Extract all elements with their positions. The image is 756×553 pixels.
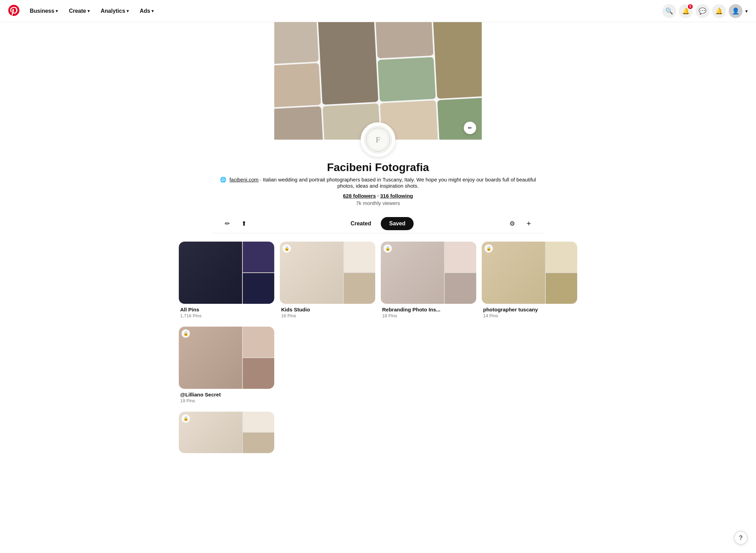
avatar-icon: 👤 [732, 7, 739, 15]
tabs-left-actions: ✏ ⬆ [220, 217, 251, 231]
search-button[interactable]: 🔍 [662, 4, 676, 18]
board-lock-icon: 🔒 [283, 244, 291, 253]
board-card[interactable]: 🔒 @Lilliano Secret 19 Pins [179, 327, 274, 406]
chevron-down-icon: ▾ [127, 9, 129, 13]
nav-item-analytics[interactable]: Analytics ▾ [96, 5, 133, 17]
notifications-button[interactable]: 🔔 5 [679, 4, 693, 18]
search-icon: 🔍 [665, 7, 673, 15]
board-card-partial[interactable]: 🔒 [179, 412, 274, 453]
profile-website[interactable]: facibeni.com [229, 177, 258, 182]
board-lock-icon: 🔒 [182, 414, 190, 423]
board-count: 16 Pins [281, 313, 374, 318]
svg-text:F: F [376, 135, 380, 144]
board-side-images [546, 242, 577, 304]
nav-item-ads[interactable]: Ads ▾ [135, 5, 158, 17]
board-info: All Pins 1,716 Pins [179, 304, 274, 321]
user-avatar-button[interactable]: 👤 [729, 4, 743, 18]
filter-button[interactable]: ⚙ [505, 217, 519, 231]
board-image: 🔒 [381, 242, 476, 304]
alert-icon: 🔔 [715, 7, 723, 15]
board-side-images [243, 327, 274, 389]
board-count: 14 Pins [483, 313, 576, 318]
avatar-wrapper: F [361, 122, 395, 157]
board-title: All Pins [180, 307, 273, 312]
board-side-image-top [243, 327, 274, 357]
pinterest-logo[interactable] [8, 5, 19, 17]
board-side-images [243, 242, 274, 304]
tab-group: Created Saved [342, 217, 414, 230]
board-side-image-top [344, 242, 375, 272]
edit-profile-button[interactable]: ✏ [220, 217, 234, 231]
board-side-image-bottom [243, 273, 274, 304]
board-card[interactable]: 🔒 Rebranding Photo Ins... 18 Pins [381, 242, 476, 321]
board-title: Kids Studio [281, 307, 374, 312]
share-icon: ⬆ [241, 220, 247, 227]
add-board-button[interactable]: + [522, 217, 536, 231]
board-image: 🔒 [280, 242, 375, 304]
board-title: @Lilliano Secret [180, 392, 273, 397]
pencil-icon: ✏ [225, 220, 230, 227]
share-profile-button[interactable]: ⬆ [237, 217, 251, 231]
boards-grid: All Pins 1,716 Pins 🔒 Kids Studio 16 Pin… [179, 242, 577, 406]
board-info: Kids Studio 16 Pins [280, 304, 375, 321]
board-info: @Lilliano Secret 19 Pins [179, 389, 274, 406]
board-title: Rebranding Photo Ins... [382, 307, 475, 312]
tab-saved[interactable]: Saved [381, 217, 414, 230]
collage-item [274, 106, 323, 140]
collage-item [274, 22, 319, 64]
board-lock-icon: 🔒 [182, 329, 190, 338]
board-side-image-top [445, 242, 476, 272]
followers-link[interactable]: 628 followers [343, 193, 376, 199]
board-lock-icon: 🔒 [485, 244, 493, 253]
alerts-button[interactable]: 🔔 [712, 4, 726, 18]
main-nav: Business ▾ Create ▾ Analytics ▾ Ads ▾ [25, 5, 662, 17]
nav-label-ads: Ads [140, 8, 150, 14]
collage-item [437, 97, 482, 140]
plus-icon: + [527, 219, 531, 228]
tabs-bar: ✏ ⬆ Created Saved ⚙ + [212, 214, 544, 233]
profile-handle-bio: · Italian wedding and portrait photograp… [260, 177, 536, 189]
collage-item [274, 63, 321, 108]
board-card[interactable]: 🔒 photographer tuscany 14 Pins [482, 242, 577, 321]
board-image [179, 242, 274, 304]
board-side-image-bottom [243, 358, 274, 389]
board-side-image-top [546, 242, 577, 272]
board-side-images [344, 242, 375, 304]
board-side-image-bottom [546, 273, 577, 304]
board-side-images [445, 242, 476, 304]
board-image: 🔒 [179, 327, 274, 389]
pencil-icon: ✏ [468, 125, 472, 131]
header: Business ▾ Create ▾ Analytics ▾ Ads ▾ 🔍 … [0, 0, 756, 22]
tabs-actions: ⚙ + [505, 217, 536, 231]
tab-created[interactable]: Created [342, 217, 380, 230]
collage-item [375, 22, 433, 58]
nav-label-create: Create [69, 8, 86, 14]
user-dropdown-chevron[interactable]: ▾ [745, 8, 748, 14]
boards-section: All Pins 1,716 Pins 🔒 Kids Studio 16 Pin… [170, 242, 586, 453]
board-card[interactable]: 🔒 Kids Studio 16 Pins [280, 242, 375, 321]
board-count: 19 Pins [180, 398, 273, 403]
chevron-down-icon: ▾ [56, 9, 58, 13]
globe-icon: 🌐 [220, 177, 227, 182]
nav-item-create[interactable]: Create ▾ [64, 5, 94, 17]
profile-meta: 🌐 facibeni.com · Italian wedding and por… [212, 177, 544, 189]
profile-name: Facibeni Fotografia [212, 161, 544, 174]
board-side-image-top [243, 412, 274, 432]
board-main-image [179, 242, 242, 304]
nav-item-business[interactable]: Business ▾ [25, 5, 63, 17]
board-side-image-top [243, 242, 274, 272]
board-info: photographer tuscany 14 Pins [482, 304, 577, 321]
message-icon: 💬 [699, 7, 706, 15]
profile-section: ✏ F Facibeni Fotografia 🌐 facibeni.com ·… [212, 22, 544, 206]
board-card[interactable]: All Pins 1,716 Pins [179, 242, 274, 321]
notification-badge: 5 [687, 3, 693, 10]
board-side-image-bottom [344, 273, 375, 304]
chevron-down-icon: ▾ [87, 9, 90, 13]
profile-viewers: 7k monthly viewers [212, 200, 544, 206]
messages-button[interactable]: 💬 [695, 4, 709, 18]
board-side-image-bottom [243, 433, 274, 453]
following-link[interactable]: 316 following [380, 193, 413, 199]
board-count: 1,716 Pins [180, 313, 273, 318]
edit-cover-button[interactable]: ✏ [464, 122, 476, 134]
board-image: 🔒 [179, 412, 274, 453]
